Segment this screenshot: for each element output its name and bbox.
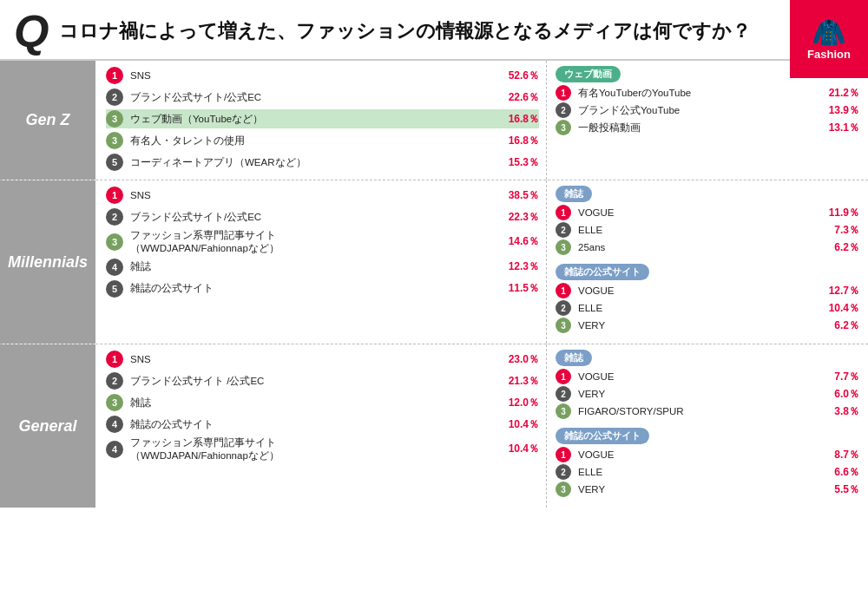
detail-section-header: 雑誌の公式サイト [556,264,649,280]
detail-item-percent: 5.5％ [826,482,859,497]
table-row: 4ファッション系専門記事サイト（WWDJAPAN/Fahionnapなど）10.… [106,436,539,462]
rank-percent: 16.8％ [503,134,539,148]
detail-item-label: VERY [578,484,826,495]
rank-label: 雑誌の公式サイト [130,282,503,295]
rank-number: 3 [106,132,123,149]
detail-section: 雑誌1VOGUE11.9％2ELLE7.3％325ans6.2％ [556,186,859,257]
gen-row-millennials: Millennials1SNS38.5％2ブランド公式サイト/公式EC22.3％… [0,180,868,344]
header: Q コロナ禍によって増えた、ファッションの情報源となるメディアは何ですか？ 🧥 … [0,0,868,61]
detail-item-label: VERY [578,389,826,399]
detail-item-percent: 11.9％ [826,206,859,220]
ranking-table-gen-z: 1SNS52.6％2ブランド公式サイト/公式EC22.6％3ウェブ動画（YouT… [95,61,547,180]
rank-percent: 16.8％ [503,112,539,127]
table-row: 2ブランド公式サイト/公式EC22.6％ [106,88,539,107]
detail-rank-number: 2 [556,464,571,480]
detail-rank-number: 3 [556,403,571,419]
page-wrapper: Q コロナ禍によって増えた、ファッションの情報源となるメディアは何ですか？ 🧥 … [0,0,868,508]
rank-percent: 12.0％ [503,396,539,410]
table-row: 3ウェブ動画（YouTubeなど）16.8％ [106,109,539,128]
rank-label: 有名人・タレントの使用 [130,134,503,147]
rank-number: 1 [106,351,123,368]
table-row: 3雑誌12.0％ [106,393,539,412]
table-row: 2ブランド公式サイト/公式EC22.3％ [106,207,539,226]
table-row: 3有名人・タレントの使用16.8％ [106,131,539,150]
table-row: 1SNS52.6％ [106,66,539,85]
detail-rank-number: 3 [556,120,571,135]
page-title: コロナ禍によって増えた、ファッションの情報源となるメディアは何ですか？ [59,18,854,44]
list-item: 1VOGUE12.7％ [556,283,859,298]
ranking-table-millennials: 1SNS38.5％2ブランド公式サイト/公式EC22.3％3ファッション系専門記… [95,180,547,344]
table-row: 4雑誌12.3％ [106,258,539,277]
gen-row-gen-z: Gen Z1SNS52.6％2ブランド公式サイト/公式EC22.6％3ウェブ動画… [0,61,868,180]
detail-item-percent: 6.2％ [826,318,859,333]
gen-label-millennials: Millennials [0,180,95,344]
rank-percent: 14.6％ [503,234,539,249]
detail-item-percent: 7.3％ [826,223,859,238]
list-item: 3一般投稿動画13.1％ [556,120,859,135]
rank-number: 3 [106,233,123,251]
list-item: 1VOGUE7.7％ [556,369,859,384]
rank-label: ブランド公式サイト/公式EC [130,91,503,104]
list-item: 2ELLE6.6％ [556,464,859,480]
rank-percent: 21.3％ [503,374,539,389]
detail-item-percent: 7.7％ [826,370,859,384]
rank-label: 雑誌の公式サイト [130,418,503,431]
rank-label: ファッション系専門記事サイト（WWDJAPAN/Fahionnapなど） [130,436,503,462]
detail-item-label: 一般投稿動画 [578,121,826,134]
rank-number: 3 [106,110,123,128]
rank-number: 5 [106,154,123,171]
ranking-table-general: 1SNS23.0％2ブランド公式サイト /公式EC21.3％3雑誌12.0％4雑… [95,344,547,508]
rank-percent: 52.6％ [503,69,539,83]
table-row: 1SNS38.5％ [106,186,539,205]
detail-item-label: FIGARO/STORY/SPUR [578,406,826,416]
rank-label: ブランド公式サイト /公式EC [130,375,503,388]
list-item: 2VERY6.0％ [556,386,859,402]
detail-item-label: 有名YouTuberのYouTube [578,87,826,100]
rank-percent: 10.4％ [503,417,539,432]
detail-item-percent: 6.0％ [826,387,859,402]
detail-item-label: VOGUE [578,449,826,460]
rank-percent: 11.5％ [503,281,539,296]
detail-rank-number: 2 [556,222,571,238]
rank-label: ウェブ動画（YouTubeなど） [130,113,503,126]
detail-section: 雑誌1VOGUE7.7％2VERY6.0％3FIGARO/STORY/SPUR3… [556,350,859,421]
rank-label: ブランド公式サイト/公式EC [130,211,503,224]
rank-number: 2 [106,88,123,106]
main-content: Gen Z1SNS52.6％2ブランド公式サイト/公式EC22.6％3ウェブ動画… [0,61,868,508]
list-item: 3VERY5.5％ [556,482,859,497]
detail-panel-general: 雑誌1VOGUE7.7％2VERY6.0％3FIGARO/STORY/SPUR3… [547,344,868,508]
detail-item-percent: 13.9％ [826,103,859,118]
detail-rank-number: 1 [556,205,571,220]
detail-section-header: 雑誌 [556,350,592,366]
list-item: 2ELLE7.3％ [556,222,859,238]
detail-item-label: VOGUE [578,371,826,382]
list-item: 2ELLE10.4％ [556,300,859,316]
detail-item-label: ELLE [578,225,826,235]
table-row: 1SNS23.0％ [106,350,539,369]
detail-rank-number: 2 [556,386,571,402]
table-row: 3ファッション系専門記事サイト（WWDJAPAN/Fahionnapなど）14.… [106,229,539,255]
detail-item-label: VOGUE [578,207,826,218]
list-item: 1VOGUE11.9％ [556,205,859,220]
detail-item-label: ブランド公式YouTube [578,104,826,117]
detail-rank-number: 2 [556,300,571,316]
detail-item-percent: 3.8％ [826,404,859,419]
rank-label: SNS [130,189,503,202]
table-row: 2ブランド公式サイト /公式EC21.3％ [106,371,539,390]
rank-percent: 23.0％ [503,352,539,367]
gen-label-gen-z: Gen Z [0,61,95,180]
rank-percent: 38.5％ [503,188,539,203]
rank-number: 4 [106,441,123,458]
detail-panel-gen-z: ウェブ動画1有名YouTuberのYouTube21.2％2ブランド公式YouT… [547,61,868,180]
detail-rank-number: 1 [556,85,571,101]
detail-item-label: VERY [578,320,826,331]
list-item: 3FIGARO/STORY/SPUR3.8％ [556,403,859,419]
detail-item-percent: 6.2％ [826,240,859,255]
rank-label: SNS [130,353,503,366]
detail-rank-number: 2 [556,102,571,118]
rank-label: SNS [130,69,503,82]
rank-number: 1 [106,187,123,204]
table-row: 5コーディネートアプリ（WEARなど）15.3％ [106,153,539,172]
detail-section-header: 雑誌 [556,186,592,202]
rank-number: 4 [106,416,123,433]
